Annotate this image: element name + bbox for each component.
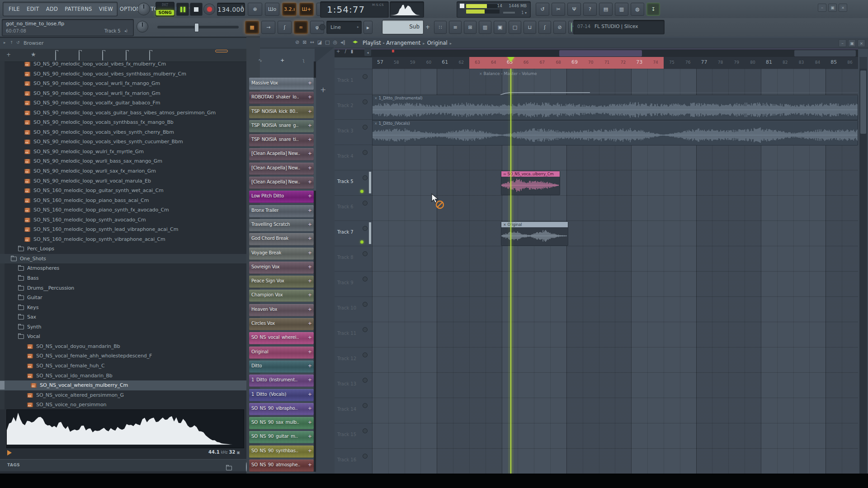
tab-folder-5[interactable] [149,52,150,60]
track-mute-dot[interactable] [363,352,368,357]
drag-handle-icon[interactable]: + [308,94,312,100]
hscroll-thumb[interactable] [559,50,642,56]
slip-tool-icon[interactable]: ⊘ [295,39,299,45]
playback-tool-icon[interactable]: ◂‖ [340,39,345,45]
paint-tool-icon[interactable]: ◪ [317,39,322,45]
mute-tool-icon[interactable]: ⊠ [302,39,307,45]
pages-icon[interactable]: ▣ [494,21,506,34]
vscroll-thumb[interactable] [860,70,866,134]
browser-file[interactable]: SO_NS_160_melodic_loop_piano_synth_fx_av… [0,205,246,215]
track-name[interactable]: Track 11 [337,331,356,336]
pattern-item[interactable]: SO_NS_90_synthbas..+ [249,446,314,458]
hscroll-segment[interactable] [794,50,856,56]
drag-handle-icon[interactable]: + [308,165,312,171]
stop-button[interactable] [190,3,203,16]
browser-folder[interactable]: Sax [0,312,246,322]
drag-handle-icon[interactable]: + [308,419,312,425]
menu-arrow-button[interactable]: ▸ [363,21,373,34]
browser-file[interactable]: SO_NS_90_melodic_loop_vocal_vibes_fx_mul… [0,61,246,69]
track-mute-dot[interactable] [363,327,368,332]
browser-undo-icon[interactable]: ↺ [16,40,20,45]
tags-search-icon[interactable] [246,462,247,472]
automation-tab[interactable]: ʅ [302,57,305,63]
track-name[interactable]: Track 7 [337,230,354,235]
track-mute-dot[interactable] [363,251,368,256]
help-icon[interactable]: ? [583,3,597,16]
pattern-item[interactable]: Voyage Break+ [249,248,314,260]
browser-file[interactable]: SO_NS_voice_altered_persimmon_G [0,390,246,400]
drag-handle-icon[interactable]: + [308,108,312,114]
save-icon[interactable]: ▤ [599,3,613,16]
track-name[interactable]: Track 14 [337,407,356,412]
tray-icon[interactable]: ⊔ [524,21,536,34]
pattern-scrollbar[interactable] [314,61,316,472]
browser-file[interactable]: SO_NS_90_melodic_loop_vocal_wurli_fx_man… [0,79,246,89]
browser-folder[interactable]: Atmospheres [0,263,246,273]
playlist-hscrollbar[interactable] [315,49,858,57]
track-mute-dot[interactable] [363,277,368,282]
tags-folder-icon[interactable] [226,466,232,470]
typing-grid-icon[interactable]: ∷ [434,21,447,34]
playlist-vscrollbar[interactable] [859,69,867,474]
clip-vocals[interactable]: ×1_Ditto_(Vocals) [372,120,858,145]
tab-folder-3[interactable] [102,52,103,60]
sync-icon[interactable]: ↺ [536,3,549,16]
pattern-item[interactable]: SO_NS_90_atmosphe..+ [249,460,314,472]
browser-file[interactable]: SO_NS_90_melodic_loop_wurli_bass_sax_man… [0,156,246,166]
chat-icon[interactable]: ◍ [631,3,644,16]
arrangement-name[interactable]: Original [427,40,448,46]
playlist-play-icon[interactable]: ◀▶ [353,40,357,44]
browser-up-icon[interactable]: ↑ [10,40,14,45]
drag-handle-icon[interactable]: + [308,349,312,355]
track-name[interactable]: Track 8 [337,255,354,260]
add-track-button[interactable]: + [320,85,326,94]
song-label[interactable]: SONG [156,10,174,15]
save-new-version-icon[interactable]: ▥ [615,3,628,16]
browser-folder[interactable]: Vocal [0,332,246,342]
browser-file[interactable]: SO_NS_vocal_ido_mandarin_Bb [0,371,246,381]
clip-vocal-sample[interactable]: ≈SO_NS_voca..ulberry_Cm [501,171,560,195]
tab-favorites[interactable]: ★ [31,52,36,58]
drag-handle-icon[interactable]: + [308,80,312,86]
pattern-item[interactable]: Ditto+ [249,361,314,373]
track-mute-dot[interactable] [363,302,368,307]
slip-icon[interactable]: ⊘ [553,21,566,34]
step-edit-icon[interactable]: → [261,21,275,34]
playlist-toggle-icon[interactable]: ▦ [245,21,259,34]
track-mute-dot[interactable] [363,378,368,383]
track-name[interactable]: Track 12 [337,356,356,361]
track-mute-dot[interactable] [363,125,368,130]
track-name[interactable]: Track 2 [337,103,354,108]
track-mute-dot[interactable] [363,99,368,104]
browser-file[interactable]: SO_NS_90_melodic_loop_vocal_vibes_synthb… [0,69,246,79]
pattern-item[interactable]: Travelling Scratch+ [249,219,314,231]
pattern-item[interactable]: Heaven Vox+ [249,304,314,316]
pattern-item[interactable]: TSP_NOISIA_snare_ti..+ [249,134,314,146]
drag-handle-icon[interactable]: + [308,405,312,411]
menu-view[interactable]: VIEW [99,6,113,12]
menu-patterns[interactable]: PATTERNS [65,6,92,12]
audio-clips-tab[interactable]: ∿ [258,57,262,63]
close-button[interactable]: × [839,4,847,12]
drag-handle-icon[interactable]: + [308,250,312,256]
slider-handle[interactable] [194,23,199,32]
snap-selector[interactable]: Line ▸ [326,21,362,34]
pattern-item[interactable]: Sovreign Vox+ [249,262,314,274]
track-name[interactable]: Track 4 [337,154,354,159]
drag-handle-icon[interactable]: + [308,292,312,298]
pattern-item[interactable]: TSP_NOISIA_kick_80..+ [249,106,314,118]
drag-handle-icon[interactable]: + [308,391,312,397]
pattern-scroll-thumb[interactable] [314,78,316,191]
browser-file[interactable]: SO_NS_90_melodic_loop_vocal_wurli_fx_mar… [0,89,246,99]
time-display[interactable]: 1:54:77 M:S:CS [320,1,389,18]
record-button[interactable] [203,4,215,15]
drag-handle-icon[interactable]: + [308,306,312,312]
browser-file[interactable]: SO_NS_90_melodic_loop_vocals_guitar_bass… [0,108,246,118]
list-icon[interactable]: ≡ [449,21,462,34]
track-mute-dot[interactable] [363,403,368,408]
drag-handle-icon[interactable]: + [308,334,312,340]
pat-song-toggle[interactable]: PATSONG [156,2,175,17]
drag-handle-icon[interactable]: + [308,235,312,241]
pat-label[interactable]: PAT [156,3,174,7]
preview-play-icon[interactable] [7,450,12,455]
